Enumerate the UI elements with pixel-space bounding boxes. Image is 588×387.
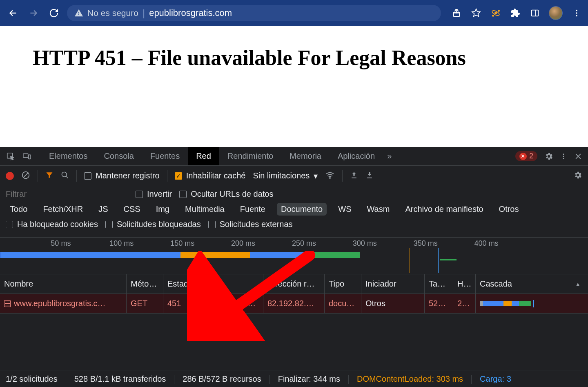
- tab-rendimiento[interactable]: Rendimiento: [219, 147, 281, 165]
- search-icon[interactable]: [61, 171, 69, 181]
- insecure-warning: No es seguro: [74, 8, 138, 18]
- blocked-cookies-checkbox[interactable]: Ha bloqueado cookies: [6, 220, 98, 229]
- filter-input[interactable]: [6, 189, 128, 199]
- type-filter-archivo de manifiesto[interactable]: Archivo de manifiesto: [401, 203, 487, 216]
- settings-icon[interactable]: [541, 152, 556, 161]
- col-dominio[interactable]: [202, 274, 263, 294]
- type-filter-ws[interactable]: WS: [334, 203, 355, 216]
- row-domain: www.epubli…: [202, 294, 263, 313]
- address-bar[interactable]: No es seguro | epublibrosgratis.com: [67, 5, 441, 21]
- third-party-checkbox[interactable]: Solicitudes externas: [208, 220, 293, 229]
- network-toolbar: Mantener registro ✓ Inhabilitar caché Si…: [0, 166, 588, 186]
- tab-aplicacion[interactable]: Aplicación: [330, 147, 383, 165]
- device-icon[interactable]: [19, 152, 35, 161]
- error-badge[interactable]: ✕ 2: [515, 151, 537, 161]
- status-requests: 1/2 solicitudes: [6, 374, 58, 384]
- star-icon[interactable]: [470, 7, 482, 19]
- type-filter-documento[interactable]: Documento: [277, 203, 327, 216]
- page-title: HTTP 451 – File unavailable For Legal Re…: [33, 46, 559, 70]
- hide-data-checkbox[interactable]: Ocultar URLs de datos: [179, 189, 273, 199]
- col-tipo[interactable]: Tipo: [325, 274, 361, 294]
- row-ip: 82.192.82.…: [263, 294, 325, 313]
- preserve-log-checkbox[interactable]: Mantener registro: [84, 171, 160, 180]
- avatar[interactable]: [549, 6, 563, 20]
- tab-fuentes[interactable]: Fuentes: [142, 147, 188, 165]
- share-icon[interactable]: [451, 7, 462, 19]
- filter-area: Invertir Ocultar URLs de datos TodoFetch…: [0, 186, 588, 238]
- inspect-icon[interactable]: [2, 152, 19, 161]
- type-filter-css[interactable]: CSS: [120, 203, 145, 216]
- wifi-icon[interactable]: [325, 170, 335, 182]
- col-cascada[interactable]: Cascada ▲: [476, 274, 588, 294]
- gear-icon[interactable]: [573, 171, 582, 181]
- forward-button[interactable]: [26, 6, 41, 20]
- reload-button[interactable]: [47, 6, 61, 20]
- sort-indicator: ▲: [575, 281, 584, 287]
- status-load: Carga: 3: [480, 374, 511, 384]
- col-direccion[interactable]: Dirección r…: [263, 274, 325, 294]
- clear-icon[interactable]: [21, 171, 30, 181]
- record-button[interactable]: [6, 172, 14, 180]
- blocked-requests-label: Solicitudes bloqueadas: [117, 220, 201, 229]
- type-filter-fetch/xhr[interactable]: Fetch/XHR: [39, 203, 87, 216]
- status-finish: Finalizar: 344 ms: [278, 374, 340, 384]
- timeline-tick: 350 ms: [414, 239, 438, 248]
- svg-point-15: [563, 156, 564, 157]
- type-filter-fuente[interactable]: Fuente: [236, 203, 270, 216]
- address-url: epublibrosgratis.com: [149, 8, 232, 18]
- table-row[interactable]: www.epublibrosgratis.c… GET 451 www.epub…: [0, 294, 588, 314]
- tab-red[interactable]: Red: [188, 147, 219, 165]
- timeline[interactable]: 50 ms100 ms150 ms200 ms250 ms300 ms350 m…: [0, 238, 588, 274]
- menu-icon[interactable]: [571, 7, 582, 19]
- invert-checkbox[interactable]: Invertir: [136, 189, 172, 199]
- row-initiator: Otros: [361, 294, 425, 313]
- col-metodo[interactable]: Méto…: [127, 274, 163, 294]
- svg-rect-1: [454, 13, 460, 16]
- throttle-select[interactable]: Sin limitaciones ▾: [253, 171, 318, 181]
- row-time: 2…: [453, 294, 476, 313]
- tab-elementos[interactable]: Elementos: [41, 147, 96, 165]
- status-bar: 1/2 solicitudes 528 B/1.1 kB transferido…: [0, 371, 588, 387]
- row-name: www.epublibrosgratis.c…: [0, 294, 127, 313]
- type-filter-img[interactable]: Img: [152, 203, 174, 216]
- back-button[interactable]: [6, 6, 20, 20]
- col-estado[interactable]: Estado: [163, 274, 202, 294]
- insecure-label: No es seguro: [87, 8, 138, 18]
- type-filter-wasm[interactable]: Wasm: [363, 203, 394, 216]
- status-transferred: 528 B/1.1 kB transferidos: [74, 374, 166, 384]
- filter-icon[interactable]: [45, 171, 53, 181]
- type-filter-todo[interactable]: Todo: [6, 203, 31, 216]
- disable-cache-checkbox[interactable]: ✓ Inhabilitar caché: [175, 171, 246, 180]
- extensions-icon[interactable]: [510, 7, 521, 19]
- close-icon[interactable]: [571, 152, 586, 160]
- timeline-tick: 300 ms: [353, 239, 377, 248]
- download-icon[interactable]: [365, 171, 374, 181]
- tab-consola[interactable]: Consola: [96, 147, 142, 165]
- page-body: HTTP 451 – File unavailable For Legal Re…: [0, 26, 588, 147]
- invert-label: Invertir: [147, 189, 172, 199]
- chevron-down-icon: ▾: [314, 171, 318, 181]
- col-tamano[interactable]: Ta…: [425, 274, 453, 294]
- grid-header: Nombre Méto… Estado Dirección r… Tipo In…: [0, 274, 588, 294]
- col-nombre[interactable]: Nombre: [0, 274, 127, 294]
- svg-line-18: [24, 173, 28, 177]
- panel-icon[interactable]: [529, 7, 541, 19]
- timeline-tick: 100 ms: [109, 239, 134, 248]
- extension-atom-icon[interactable]: [490, 7, 501, 19]
- col-iniciador[interactable]: Iniciador: [361, 274, 425, 294]
- svg-point-2: [495, 12, 497, 14]
- type-filter-multimedia[interactable]: Multimedia: [181, 203, 229, 216]
- row-status: 451: [163, 294, 202, 313]
- tabs-more[interactable]: »: [383, 147, 396, 165]
- type-filter-js[interactable]: JS: [94, 203, 112, 216]
- document-icon: [4, 300, 11, 307]
- type-filter-row: TodoFetch/XHRJSCSSImgMultimediaFuenteDoc…: [6, 203, 582, 216]
- blocked-requests-checkbox[interactable]: Solicitudes bloqueadas: [105, 220, 201, 229]
- col-hora[interactable]: H…: [453, 274, 476, 294]
- upload-icon[interactable]: [350, 171, 358, 181]
- disable-cache-label: Inhabilitar caché: [186, 171, 246, 180]
- tab-memoria[interactable]: Memoria: [281, 147, 330, 165]
- kebab-icon[interactable]: [556, 153, 571, 160]
- svg-point-19: [62, 172, 67, 177]
- type-filter-otros[interactable]: Otros: [495, 203, 523, 216]
